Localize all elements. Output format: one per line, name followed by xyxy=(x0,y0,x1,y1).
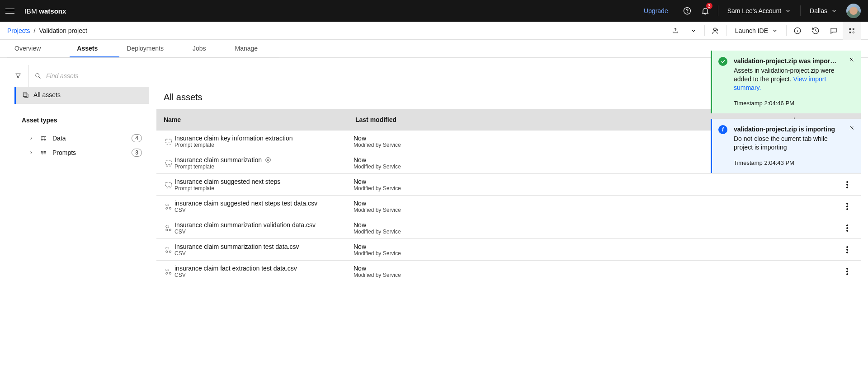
svg-point-11 xyxy=(41,139,42,140)
svg-rect-30 xyxy=(165,182,171,186)
table-row[interactable]: 01insurance claim fact extraction test d… xyxy=(156,261,861,282)
asset-title: Insurance claim key information extracti… xyxy=(175,135,354,142)
asset-subtype: CSV xyxy=(175,229,354,235)
info-icon[interactable] xyxy=(788,22,807,40)
asset-modified-when: Now xyxy=(354,178,834,185)
comments-icon[interactable] xyxy=(825,22,843,40)
region-switcher[interactable]: Dallas xyxy=(804,7,843,14)
asset-subtype: CSV xyxy=(175,250,354,257)
svg-point-15 xyxy=(42,154,43,154)
tab-deployments[interactable]: Deployments xyxy=(119,40,185,57)
chevron-down-icon xyxy=(785,8,791,14)
tab-overview[interactable]: Overview xyxy=(7,40,70,57)
toast-close-icon[interactable] xyxy=(846,122,857,133)
user-avatar[interactable] xyxy=(846,4,861,18)
asset-title: Insurance claim summarization test data.… xyxy=(175,243,354,250)
export-chevron-icon[interactable] xyxy=(684,22,703,40)
stack-icon xyxy=(22,91,29,98)
table-row[interactable]: 01insurance claim suggested next steps t… xyxy=(156,196,861,217)
asset-modified-by: Modified by Service xyxy=(354,250,834,257)
tab-assets[interactable]: Assets xyxy=(70,40,119,57)
asset-kind-icon: 01 xyxy=(156,245,175,254)
toast-status-icon xyxy=(718,57,727,66)
svg-point-14 xyxy=(42,152,43,153)
history-icon[interactable] xyxy=(807,22,825,40)
asset-modified-by: Modified by Service xyxy=(354,185,834,192)
svg-point-2 xyxy=(713,28,716,31)
project-header: Projects / Validation project Launch IDE xyxy=(0,22,868,40)
svg-point-16 xyxy=(36,74,39,77)
row-overflow-menu[interactable] xyxy=(834,181,861,188)
table-heading: All assets xyxy=(164,92,203,103)
toast-stack: validation-project.zip was impor…Assets … xyxy=(711,51,861,173)
chevron-right-icon xyxy=(29,150,34,155)
svg-point-32 xyxy=(847,184,848,185)
add-collaborator-icon[interactable] xyxy=(707,22,725,40)
svg-point-33 xyxy=(847,187,848,188)
breadcrumb-current: Validation project xyxy=(39,27,87,34)
svg-point-31 xyxy=(847,181,848,182)
asset-title: Insurance claim suggested next steps xyxy=(175,178,354,185)
row-overflow-menu[interactable] xyxy=(834,268,861,275)
toast-close-icon[interactable] xyxy=(846,54,857,65)
svg-point-1 xyxy=(687,13,687,13)
svg-point-44 xyxy=(847,227,848,229)
svg-point-5 xyxy=(853,28,854,29)
svg-point-42 xyxy=(169,229,171,231)
chevron-right-icon xyxy=(29,136,34,140)
launch-ide-label: Launch IDE xyxy=(735,27,768,34)
toast-body: Assets in validation-project.zip were ad… xyxy=(734,66,843,92)
row-overflow-menu[interactable] xyxy=(834,203,861,210)
asset-kind-icon: 01 xyxy=(156,267,175,276)
asset-type-data[interactable]: Data4 xyxy=(14,131,149,145)
svg-point-51 xyxy=(847,252,848,253)
sidebar-item-all-assets[interactable]: All assets xyxy=(14,86,149,104)
notifications-icon[interactable]: 3 xyxy=(696,0,714,22)
asset-type-prompts[interactable]: Prompts3 xyxy=(14,145,149,160)
asset-subtype: CSV xyxy=(175,207,354,213)
brand: IBM watsonx xyxy=(24,7,66,15)
account-switcher[interactable]: Sam Lee's Account xyxy=(722,7,797,14)
toast-title: validation-project.zip was impor… xyxy=(734,57,843,65)
search-input[interactable] xyxy=(46,72,151,79)
svg-point-37 xyxy=(847,203,848,204)
tab-manage[interactable]: Manage xyxy=(228,40,280,57)
svg-point-53 xyxy=(166,272,168,274)
hamburger-menu-icon[interactable] xyxy=(5,6,14,15)
filter-icon[interactable] xyxy=(7,65,29,87)
asset-subtype: Prompt template xyxy=(175,185,354,192)
asset-modified-by: Modified by Service xyxy=(354,207,834,213)
svg-text:01: 01 xyxy=(165,247,169,250)
row-overflow-menu[interactable] xyxy=(834,224,861,232)
table-row[interactable]: 01Insurance claim summarization test dat… xyxy=(156,239,861,261)
svg-text:01: 01 xyxy=(165,203,169,206)
svg-point-36 xyxy=(169,207,171,209)
breadcrumb-projects[interactable]: Projects xyxy=(7,27,30,34)
svg-point-50 xyxy=(847,249,848,250)
notification-badge: 3 xyxy=(706,3,712,9)
svg-point-13 xyxy=(42,151,43,152)
table-row[interactable]: Insurance claim suggested next stepsProm… xyxy=(156,174,861,196)
type-count: 4 xyxy=(132,134,142,142)
brand-ibm: IBM xyxy=(24,7,37,15)
row-overflow-menu[interactable] xyxy=(834,246,861,253)
export-icon[interactable] xyxy=(666,22,684,40)
launch-ide-button[interactable]: Launch IDE xyxy=(729,27,784,34)
panel-icon[interactable] xyxy=(843,22,861,40)
svg-point-49 xyxy=(847,246,848,248)
asset-title: Insurance claim summarization validation… xyxy=(175,221,354,229)
table-row[interactable]: 01Insurance claim summarization validati… xyxy=(156,217,861,239)
asset-subtype: Prompt template xyxy=(175,163,354,170)
tab-jobs[interactable]: Jobs xyxy=(185,40,228,57)
help-icon[interactable] xyxy=(678,0,696,22)
svg-point-26 xyxy=(267,159,269,161)
svg-point-35 xyxy=(166,207,168,209)
toast-link[interactable]: View import summary. xyxy=(734,75,826,91)
col-name[interactable]: Name xyxy=(156,116,355,123)
asset-modified-when: Now xyxy=(354,200,834,207)
account-name: Sam Lee's Account xyxy=(727,7,781,14)
svg-point-54 xyxy=(169,272,171,274)
sidebar-types-header: Asset types xyxy=(14,109,149,131)
svg-rect-24 xyxy=(165,161,171,164)
upgrade-link[interactable]: Upgrade xyxy=(644,7,668,14)
